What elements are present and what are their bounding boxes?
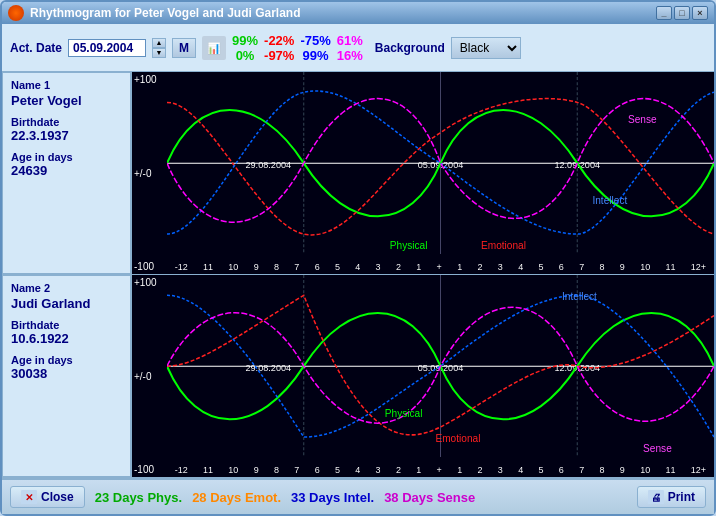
svg-text:✕: ✕ — [25, 492, 33, 503]
pct-emotional: -22% -97% — [264, 33, 294, 63]
pct-sense: 61% 16% — [337, 33, 363, 63]
pct-phys-top: 99% — [232, 33, 258, 48]
person2-bd-label: Birthdate — [11, 319, 122, 331]
chart1-y-mid: +/-0 — [132, 168, 167, 179]
chart2-svg: 29.08.2004 05.09.2004 12.09.2004 Physica… — [167, 275, 714, 457]
svg-text:Emotional: Emotional — [481, 240, 526, 251]
act-date-label: Act. Date — [10, 41, 62, 55]
person1-name: Peter Vogel — [11, 93, 122, 108]
person2-age-label: Age in days — [11, 354, 122, 366]
bg-select[interactable]: Black White Blue — [451, 37, 521, 59]
chart2-y-mid: +/-0 — [132, 371, 167, 382]
date-spinner[interactable]: ▲ ▼ — [152, 38, 166, 58]
person2-age: 30038 — [11, 366, 122, 381]
pct-emot-top: -22% — [264, 33, 294, 48]
person2-birthdate: 10.6.1922 — [11, 331, 122, 346]
stat-sense: 38 Days Sense — [384, 490, 475, 505]
bg-label: Background — [375, 41, 445, 55]
close-button[interactable]: × — [692, 6, 708, 20]
person1-birthdate: 22.3.1937 — [11, 128, 122, 143]
chart2-y-top: +100 — [132, 277, 167, 288]
chart-row-1: Name 1 Peter Vogel Birthdate 22.3.1937 A… — [2, 72, 714, 275]
spin-down[interactable]: ▼ — [152, 48, 166, 58]
person1-name-label: Name 1 — [11, 79, 122, 91]
pct-physical: 99% 0% — [232, 33, 258, 63]
chart1-svg: 29.08.2004 05.09.2004 12.09.2004 Physica… — [167, 72, 714, 254]
stat-physical: 23 Days Phys. — [95, 490, 182, 505]
svg-text:Emotional: Emotional — [435, 433, 480, 444]
stat-intellect: 33 Days Intel. — [291, 490, 374, 505]
footer: ✕ Close 23 Days Phys. 28 Days Emot. 33 D… — [2, 478, 714, 514]
svg-text:🖨: 🖨 — [651, 492, 661, 503]
person1-bd-label: Birthdate — [11, 116, 122, 128]
date-input[interactable] — [68, 39, 146, 57]
main-window: Rhythmogram for Peter Vogel and Judi Gar… — [0, 0, 716, 516]
window-title: Rhythmogram for Peter Vogel and Judi Gar… — [30, 6, 301, 20]
spin-up[interactable]: ▲ — [152, 38, 166, 48]
chart-row-2: Name 2 Judi Garland Birthdate 10.6.1922 … — [2, 275, 714, 478]
pct-intellect: -75% 99% — [300, 33, 330, 63]
chart2-container: +100 +/-0 -100 29.08.2004 05.09.2004 12.… — [132, 275, 714, 477]
print-button[interactable]: 🖨 Print — [637, 486, 706, 508]
svg-text:29.08.2004: 29.08.2004 — [245, 363, 291, 373]
toolbar: Act. Date ▲ ▼ M 📊 99% 0% -22% -97% -75% … — [2, 24, 714, 72]
title-bar: Rhythmogram for Peter Vogel and Judi Gar… — [2, 2, 714, 24]
svg-text:Physical: Physical — [390, 240, 428, 251]
print-icon: 🖨 — [648, 490, 664, 504]
chart1-bottom-numbers: -121110987 654321 +12345 6789101112+ — [167, 262, 714, 272]
person2-name-label: Name 2 — [11, 282, 122, 294]
close-icon: ✕ — [21, 490, 37, 504]
svg-text:📊: 📊 — [207, 41, 221, 55]
window-controls: _ □ × — [656, 6, 708, 20]
close-button[interactable]: ✕ Close — [10, 486, 85, 508]
pct-intel-top: -75% — [300, 33, 330, 48]
app-icon — [8, 5, 24, 21]
maximize-button[interactable]: □ — [674, 6, 690, 20]
person2-panel: Name 2 Judi Garland Birthdate 10.6.1922 … — [2, 275, 132, 477]
person1-age: 24639 — [11, 163, 122, 178]
stat-emotional: 28 Days Emot. — [192, 490, 281, 505]
chart-icon: 📊 — [202, 36, 226, 60]
svg-text:29.08.2004: 29.08.2004 — [245, 160, 291, 170]
pct-sense-top: 61% — [337, 33, 363, 48]
person1-panel: Name 1 Peter Vogel Birthdate 22.3.1937 A… — [2, 72, 132, 274]
pct-intel-bot: 99% — [303, 48, 329, 63]
svg-text:Physical: Physical — [385, 408, 423, 419]
svg-text:Sense: Sense — [628, 114, 657, 125]
chart2-y-bot: -100 — [132, 464, 167, 475]
chart1-y-bot: -100 — [132, 261, 167, 272]
pct-sense-bot: 16% — [337, 48, 363, 63]
chart2-axis: +100 +/-0 -100 — [132, 275, 167, 477]
pct-phys-bot: 0% — [236, 48, 255, 63]
svg-text:Intellect: Intellect — [592, 195, 627, 206]
chart1-y-top: +100 — [132, 74, 167, 85]
person1-age-label: Age in days — [11, 151, 122, 163]
svg-text:Intellect: Intellect — [562, 291, 597, 302]
minimize-button[interactable]: _ — [656, 6, 672, 20]
chart1-axis: +100 +/-0 -100 — [132, 72, 167, 274]
pct-emot-bot: -97% — [264, 48, 294, 63]
svg-text:Sense: Sense — [643, 443, 672, 454]
chart2-bottom-numbers: -121110987 654321 +12345 6789101112+ — [167, 465, 714, 475]
mode-button[interactable]: M — [172, 38, 196, 58]
person2-name: Judi Garland — [11, 296, 122, 311]
main-content: Name 1 Peter Vogel Birthdate 22.3.1937 A… — [2, 72, 714, 478]
chart1-container: +100 +/-0 -100 — [132, 72, 714, 274]
charts-area: Name 1 Peter Vogel Birthdate 22.3.1937 A… — [2, 72, 714, 478]
